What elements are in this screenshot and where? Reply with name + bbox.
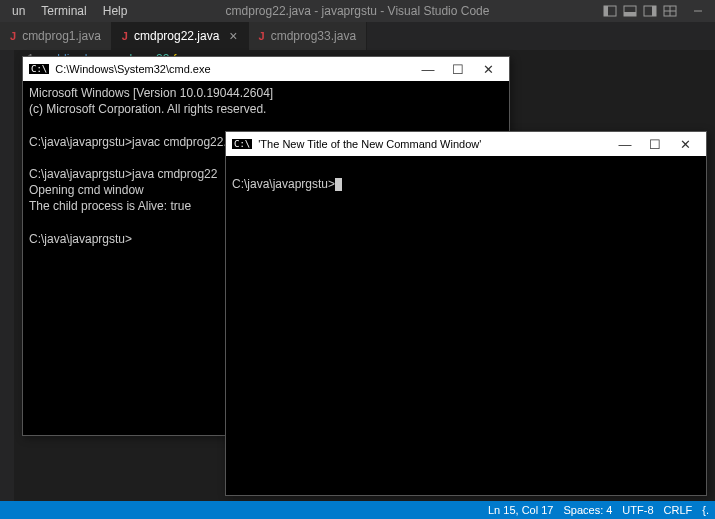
close-icon[interactable]: × <box>229 28 237 44</box>
status-bar: Ln 15, Col 17 Spaces: 4 UTF-8 CRLF {. <box>0 501 715 519</box>
java-file-icon: J <box>10 30 16 42</box>
panel-bottom-icon[interactable] <box>623 4 637 18</box>
tab-label: cmdprog33.java <box>271 29 356 43</box>
status-spaces[interactable]: Spaces: 4 <box>563 504 612 516</box>
close-icon[interactable]: ✕ <box>670 137 700 152</box>
tab-label: cmdprog22.java <box>134 29 219 43</box>
cmd2-titlebar[interactable]: C:\ 'The New Title of the New Command Wi… <box>226 132 706 156</box>
panel-right-icon[interactable] <box>643 4 657 18</box>
cmd-icon: C:\ <box>29 64 49 74</box>
activity-bar <box>0 50 14 501</box>
tab-cmdprog1[interactable]: J cmdprog1.java <box>0 22 112 50</box>
minimize-icon[interactable]: — <box>413 62 443 77</box>
svg-rect-1 <box>604 6 608 16</box>
minimize-icon[interactable] <box>691 4 705 18</box>
tab-cmdprog22[interactable]: J cmdprog22.java × <box>112 22 249 50</box>
status-lncol[interactable]: Ln 15, Col 17 <box>488 504 553 516</box>
cmd-window-2[interactable]: C:\ 'The New Title of the New Command Wi… <box>225 131 707 496</box>
cmd1-titlebar[interactable]: C:\ C:\Windows\System32\cmd.exe — ☐ ✕ <box>23 57 509 81</box>
status-lang[interactable]: {. <box>702 504 709 516</box>
menu-item-help[interactable]: Help <box>95 1 136 21</box>
window-title: cmdprog22.java - javaprgstu - Visual Stu… <box>226 4 490 18</box>
maximize-icon[interactable]: ☐ <box>443 62 473 77</box>
menu-item-terminal[interactable]: Terminal <box>33 1 94 21</box>
cmd1-title: C:\Windows\System32\cmd.exe <box>55 63 210 75</box>
layout-controls <box>603 4 711 18</box>
java-file-icon: J <box>259 30 265 42</box>
status-encoding[interactable]: UTF-8 <box>622 504 653 516</box>
panel-left-icon[interactable] <box>603 4 617 18</box>
cmd-icon: C:\ <box>232 139 252 149</box>
svg-rect-5 <box>652 6 656 16</box>
svg-rect-3 <box>624 12 636 16</box>
menubar: un Terminal Help cmdprog22.java - javapr… <box>0 0 715 22</box>
status-eol[interactable]: CRLF <box>664 504 693 516</box>
tab-cmdprog33[interactable]: J cmdprog33.java <box>249 22 368 50</box>
maximize-icon[interactable]: ☐ <box>640 137 670 152</box>
minimize-icon[interactable]: — <box>610 137 640 152</box>
cursor <box>335 178 342 191</box>
cmd2-output[interactable]: C:\java\javaprgstu> <box>226 156 706 196</box>
tab-label: cmdprog1.java <box>22 29 101 43</box>
cmd2-title: 'The New Title of the New Command Window… <box>258 138 481 150</box>
editor-tabs: J cmdprog1.java J cmdprog22.java × J cmd… <box>0 22 715 50</box>
java-file-icon: J <box>122 30 128 42</box>
menu-item-run[interactable]: un <box>4 1 33 21</box>
layout-grid-icon[interactable] <box>663 4 677 18</box>
close-icon[interactable]: ✕ <box>473 62 503 77</box>
